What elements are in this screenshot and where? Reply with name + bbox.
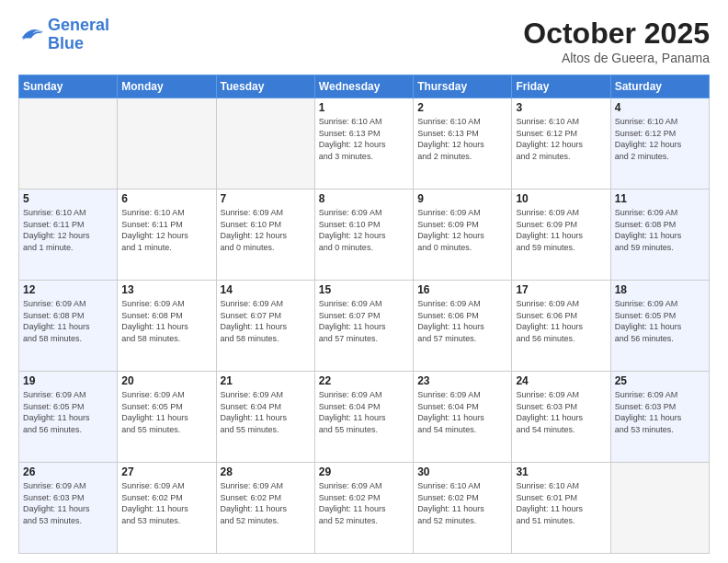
day-info: Sunrise: 6:09 AM Sunset: 6:02 PM Dayligh… <box>221 480 311 526</box>
calendar-cell: 3Sunrise: 6:10 AM Sunset: 6:12 PM Daylig… <box>512 98 610 190</box>
calendar-cell: 17Sunrise: 6:09 AM Sunset: 6:06 PM Dayli… <box>512 281 610 372</box>
day-number: 28 <box>221 465 311 478</box>
calendar-cell: 16Sunrise: 6:09 AM Sunset: 6:06 PM Dayli… <box>414 281 512 372</box>
day-info: Sunrise: 6:09 AM Sunset: 6:09 PM Dayligh… <box>417 207 507 253</box>
day-number: 11 <box>615 192 705 205</box>
day-info: Sunrise: 6:10 AM Sunset: 6:13 PM Dayligh… <box>417 116 507 162</box>
logo-text: General Blue <box>48 17 109 53</box>
day-number: 25 <box>615 374 705 387</box>
day-number: 4 <box>615 101 705 114</box>
calendar-cell: 4Sunrise: 6:10 AM Sunset: 6:12 PM Daylig… <box>610 98 709 190</box>
day-number: 29 <box>319 465 409 478</box>
day-number: 30 <box>417 465 507 478</box>
day-info: Sunrise: 6:09 AM Sunset: 6:04 PM Dayligh… <box>221 389 311 435</box>
day-number: 12 <box>23 283 113 296</box>
logo-line1: General <box>48 16 109 34</box>
calendar-cell: 9Sunrise: 6:09 AM Sunset: 6:09 PM Daylig… <box>414 190 512 281</box>
day-info: Sunrise: 6:09 AM Sunset: 6:09 PM Dayligh… <box>516 207 606 253</box>
calendar-week-3: 19Sunrise: 6:09 AM Sunset: 6:05 PM Dayli… <box>19 372 710 463</box>
day-info: Sunrise: 6:09 AM Sunset: 6:04 PM Dayligh… <box>417 389 507 435</box>
header-saturday: Saturday <box>610 75 709 98</box>
header-tuesday: Tuesday <box>216 75 314 98</box>
calendar-week-2: 12Sunrise: 6:09 AM Sunset: 6:08 PM Dayli… <box>19 281 710 372</box>
calendar-cell: 6Sunrise: 6:10 AM Sunset: 6:11 PM Daylig… <box>118 190 216 281</box>
calendar-cell: 29Sunrise: 6:09 AM Sunset: 6:02 PM Dayli… <box>314 463 413 554</box>
header-thursday: Thursday <box>414 75 512 98</box>
day-number: 3 <box>516 101 606 114</box>
day-number: 1 <box>319 101 409 114</box>
day-info: Sunrise: 6:09 AM Sunset: 6:04 PM Dayligh… <box>319 389 409 435</box>
logo-icon <box>18 22 44 48</box>
month-title: October 2025 <box>523 17 710 51</box>
calendar-cell: 26Sunrise: 6:09 AM Sunset: 6:03 PM Dayli… <box>19 463 118 554</box>
calendar-cell <box>610 463 709 554</box>
day-number: 6 <box>121 192 211 205</box>
day-info: Sunrise: 6:10 AM Sunset: 6:02 PM Dayligh… <box>417 480 507 526</box>
day-info: Sunrise: 6:09 AM Sunset: 6:05 PM Dayligh… <box>615 298 705 344</box>
day-info: Sunrise: 6:10 AM Sunset: 6:12 PM Dayligh… <box>516 116 606 162</box>
day-info: Sunrise: 6:09 AM Sunset: 6:02 PM Dayligh… <box>121 480 211 526</box>
calendar-week-4: 26Sunrise: 6:09 AM Sunset: 6:03 PM Dayli… <box>19 463 710 554</box>
day-number: 26 <box>23 465 113 478</box>
calendar-week-1: 5Sunrise: 6:10 AM Sunset: 6:11 PM Daylig… <box>19 190 710 281</box>
calendar-cell: 25Sunrise: 6:09 AM Sunset: 6:03 PM Dayli… <box>610 372 709 463</box>
day-number: 14 <box>221 283 311 296</box>
day-info: Sunrise: 6:09 AM Sunset: 6:03 PM Dayligh… <box>516 389 606 435</box>
day-info: Sunrise: 6:09 AM Sunset: 6:08 PM Dayligh… <box>23 298 113 344</box>
day-info: Sunrise: 6:10 AM Sunset: 6:11 PM Dayligh… <box>23 207 113 253</box>
calendar-cell: 1Sunrise: 6:10 AM Sunset: 6:13 PM Daylig… <box>314 98 413 190</box>
day-number: 2 <box>417 101 507 114</box>
calendar-cell <box>19 98 118 190</box>
calendar-week-0: 1Sunrise: 6:10 AM Sunset: 6:13 PM Daylig… <box>19 98 710 190</box>
weekday-row: Sunday Monday Tuesday Wednesday Thursday… <box>19 75 710 98</box>
calendar-cell: 11Sunrise: 6:09 AM Sunset: 6:08 PM Dayli… <box>610 190 709 281</box>
day-info: Sunrise: 6:10 AM Sunset: 6:12 PM Dayligh… <box>615 116 705 162</box>
day-info: Sunrise: 6:09 AM Sunset: 6:06 PM Dayligh… <box>417 298 507 344</box>
day-info: Sunrise: 6:09 AM Sunset: 6:07 PM Dayligh… <box>221 298 311 344</box>
day-number: 20 <box>121 374 211 387</box>
day-number: 21 <box>221 374 311 387</box>
calendar-cell: 12Sunrise: 6:09 AM Sunset: 6:08 PM Dayli… <box>19 281 118 372</box>
day-info: Sunrise: 6:10 AM Sunset: 6:13 PM Dayligh… <box>319 116 409 162</box>
day-number: 7 <box>221 192 311 205</box>
calendar-cell: 31Sunrise: 6:10 AM Sunset: 6:01 PM Dayli… <box>512 463 610 554</box>
day-number: 24 <box>516 374 606 387</box>
day-number: 9 <box>417 192 507 205</box>
calendar-body: 1Sunrise: 6:10 AM Sunset: 6:13 PM Daylig… <box>19 98 710 554</box>
title-block: October 2025 Altos de Gueera, Panama <box>523 17 710 65</box>
day-number: 23 <box>417 374 507 387</box>
day-info: Sunrise: 6:09 AM Sunset: 6:07 PM Dayligh… <box>319 298 409 344</box>
day-info: Sunrise: 6:09 AM Sunset: 6:10 PM Dayligh… <box>221 207 311 253</box>
day-number: 31 <box>516 465 606 478</box>
calendar-cell: 19Sunrise: 6:09 AM Sunset: 6:05 PM Dayli… <box>19 372 118 463</box>
header: General Blue October 2025 Altos de Gueer… <box>18 17 710 65</box>
calendar-cell: 20Sunrise: 6:09 AM Sunset: 6:05 PM Dayli… <box>118 372 216 463</box>
day-number: 22 <box>319 374 409 387</box>
header-friday: Friday <box>512 75 610 98</box>
day-number: 5 <box>23 192 113 205</box>
header-monday: Monday <box>118 75 216 98</box>
calendar-cell: 15Sunrise: 6:09 AM Sunset: 6:07 PM Dayli… <box>314 281 413 372</box>
calendar-cell: 8Sunrise: 6:09 AM Sunset: 6:10 PM Daylig… <box>314 190 413 281</box>
calendar-cell: 2Sunrise: 6:10 AM Sunset: 6:13 PM Daylig… <box>414 98 512 190</box>
calendar-cell: 23Sunrise: 6:09 AM Sunset: 6:04 PM Dayli… <box>414 372 512 463</box>
day-number: 8 <box>319 192 409 205</box>
calendar-cell: 5Sunrise: 6:10 AM Sunset: 6:11 PM Daylig… <box>19 190 118 281</box>
day-info: Sunrise: 6:09 AM Sunset: 6:03 PM Dayligh… <box>23 480 113 526</box>
calendar-cell: 28Sunrise: 6:09 AM Sunset: 6:02 PM Dayli… <box>216 463 314 554</box>
calendar-cell: 18Sunrise: 6:09 AM Sunset: 6:05 PM Dayli… <box>610 281 709 372</box>
calendar-cell <box>216 98 314 190</box>
day-info: Sunrise: 6:09 AM Sunset: 6:05 PM Dayligh… <box>23 389 113 435</box>
calendar-cell: 13Sunrise: 6:09 AM Sunset: 6:08 PM Dayli… <box>118 281 216 372</box>
day-info: Sunrise: 6:09 AM Sunset: 6:08 PM Dayligh… <box>615 207 705 253</box>
calendar-header: Sunday Monday Tuesday Wednesday Thursday… <box>19 75 710 98</box>
day-number: 18 <box>615 283 705 296</box>
calendar-cell: 14Sunrise: 6:09 AM Sunset: 6:07 PM Dayli… <box>216 281 314 372</box>
day-number: 17 <box>516 283 606 296</box>
day-number: 16 <box>417 283 507 296</box>
day-info: Sunrise: 6:09 AM Sunset: 6:05 PM Dayligh… <box>121 389 211 435</box>
logo: General Blue <box>18 17 109 53</box>
calendar-cell: 27Sunrise: 6:09 AM Sunset: 6:02 PM Dayli… <box>118 463 216 554</box>
day-info: Sunrise: 6:09 AM Sunset: 6:03 PM Dayligh… <box>615 389 705 435</box>
calendar-cell: 21Sunrise: 6:09 AM Sunset: 6:04 PM Dayli… <box>216 372 314 463</box>
